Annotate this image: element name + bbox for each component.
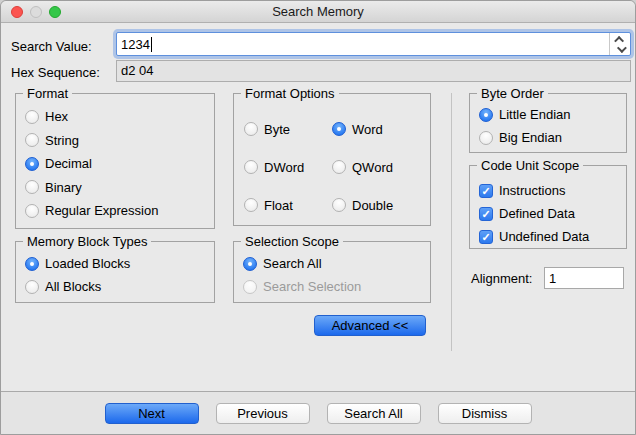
option-label: Search Selection (263, 279, 361, 294)
advanced-toggle-button[interactable]: Advanced << (314, 315, 426, 336)
radio-option-string[interactable]: String (25, 129, 214, 153)
option-label: All Blocks (45, 279, 101, 294)
button-previous[interactable]: Previous (216, 403, 310, 424)
window-controls (11, 6, 61, 18)
code-unit-scope-group-title: Code Unit Scope (477, 158, 583, 173)
option-label: Instructions (499, 183, 565, 198)
option-label: Binary (45, 180, 82, 195)
radio-selected-icon[interactable] (25, 157, 39, 171)
search-memory-dialog: Search Memory Search Value: 1234 Hex Seq… (0, 0, 636, 435)
radio-icon[interactable] (244, 122, 258, 136)
radio-option-search-selection: Search Selection (243, 275, 430, 298)
radio-selected-icon[interactable] (243, 257, 257, 271)
radio-option-all-blocks[interactable]: All Blocks (25, 275, 214, 298)
option-label: QWord (352, 160, 393, 175)
format-group: Format HexStringDecimalBinaryRegular Exp… (15, 93, 215, 229)
radio-selected-icon[interactable] (25, 257, 39, 271)
radio-option-decimal[interactable]: Decimal (25, 152, 214, 176)
hex-sequence-label: Hex Sequence: (11, 65, 100, 80)
option-label: Undefined Data (499, 229, 589, 244)
radio-icon[interactable] (25, 133, 39, 147)
format-group-title: Format (23, 86, 72, 101)
radio-selected-icon[interactable] (332, 122, 346, 136)
radio-option-float[interactable]: Float (244, 186, 332, 224)
close-button[interactable] (11, 6, 23, 18)
radio-option-search-all[interactable]: Search All (243, 252, 430, 275)
option-label: Little Endian (499, 107, 571, 122)
code-unit-scope-group: Code Unit Scope ✓Instructions✓Defined Da… (469, 165, 627, 249)
format-options-group-title: Format Options (241, 86, 339, 101)
byte-order-group: Byte Order Little EndianBig Endian (469, 93, 627, 153)
button-search-all[interactable]: Search All (327, 403, 421, 424)
radio-option-binary[interactable]: Binary (25, 176, 214, 200)
option-label: DWord (264, 160, 304, 175)
button-next[interactable]: Next (105, 403, 199, 424)
hex-sequence-field: d2 04 (116, 60, 631, 82)
radio-option-hex[interactable]: Hex (25, 105, 214, 129)
option-label: Float (264, 198, 293, 213)
memory-block-types-group: Memory Block Types Loaded BlocksAll Bloc… (15, 241, 215, 303)
radio-icon[interactable] (332, 198, 346, 212)
radio-icon[interactable] (25, 110, 39, 124)
checkbox-option-undefined-data[interactable]: ✓Undefined Data (479, 225, 626, 248)
radio-icon[interactable] (25, 204, 39, 218)
radio-icon[interactable] (479, 131, 493, 145)
checkbox-option-defined-data[interactable]: ✓Defined Data (479, 202, 626, 225)
checkbox-option-instructions[interactable]: ✓Instructions (479, 179, 626, 202)
radio-option-loaded-blocks[interactable]: Loaded Blocks (25, 252, 214, 275)
window-title: Search Memory (272, 4, 364, 19)
radio-option-dword[interactable]: DWord (244, 148, 332, 186)
radio-option-little-endian[interactable]: Little Endian (479, 103, 626, 126)
selection-scope-group-title: Selection Scope (241, 234, 343, 249)
minimize-button (30, 6, 42, 18)
dialog-content: Search Value: 1234 Hex Sequence: d2 04 F… (1, 24, 635, 391)
option-label: String (45, 133, 79, 148)
radio-icon[interactable] (25, 280, 39, 294)
radio-option-byte[interactable]: Byte (244, 110, 332, 148)
selection-scope-group: Selection Scope Search AllSearch Selecti… (233, 241, 431, 303)
option-label: Search All (263, 256, 322, 271)
option-label: Byte (264, 122, 290, 137)
radio-option-word[interactable]: Word (332, 110, 430, 148)
radio-icon[interactable] (244, 198, 258, 212)
option-label: Decimal (45, 156, 92, 171)
radio-option-qword[interactable]: QWord (332, 148, 430, 186)
zoom-button[interactable] (49, 6, 61, 18)
alignment-label: Alignment: (471, 271, 532, 286)
checkbox-checked-icon[interactable]: ✓ (479, 230, 493, 244)
radio-option-big-endian[interactable]: Big Endian (479, 126, 626, 149)
vertical-separator (451, 93, 452, 351)
option-label: Word (352, 122, 383, 137)
format-options-group: Format Options ByteWordDWordQWordFloatDo… (233, 93, 431, 226)
radio-option-double[interactable]: Double (332, 186, 430, 224)
text-caret (151, 37, 152, 52)
checkbox-checked-icon[interactable]: ✓ (479, 207, 493, 221)
radio-icon (243, 280, 257, 294)
radio-option-regular-expression[interactable]: Regular Expression (25, 199, 214, 223)
radio-icon[interactable] (332, 160, 346, 174)
radio-selected-icon[interactable] (479, 108, 493, 122)
option-label: Big Endian (499, 130, 562, 145)
titlebar: Search Memory (1, 1, 635, 23)
radio-icon[interactable] (244, 160, 258, 174)
memory-block-types-group-title: Memory Block Types (23, 234, 151, 249)
option-label: Double (352, 198, 393, 213)
search-value-input[interactable]: 1234 (116, 32, 631, 56)
search-value-text: 1234 (117, 37, 150, 52)
alignment-input[interactable] (544, 267, 624, 289)
button-bar: NextPreviousSearch AllDismiss (1, 391, 635, 434)
option-label: Hex (45, 109, 68, 124)
option-label: Loaded Blocks (45, 256, 130, 271)
checkbox-checked-icon[interactable]: ✓ (479, 184, 493, 198)
option-label: Defined Data (499, 206, 575, 221)
option-label: Regular Expression (45, 203, 158, 218)
button-dismiss[interactable]: Dismiss (438, 403, 532, 424)
search-value-label: Search Value: (11, 39, 92, 54)
byte-order-group-title: Byte Order (477, 86, 548, 101)
value-stepper[interactable] (609, 33, 630, 55)
radio-icon[interactable] (25, 180, 39, 194)
